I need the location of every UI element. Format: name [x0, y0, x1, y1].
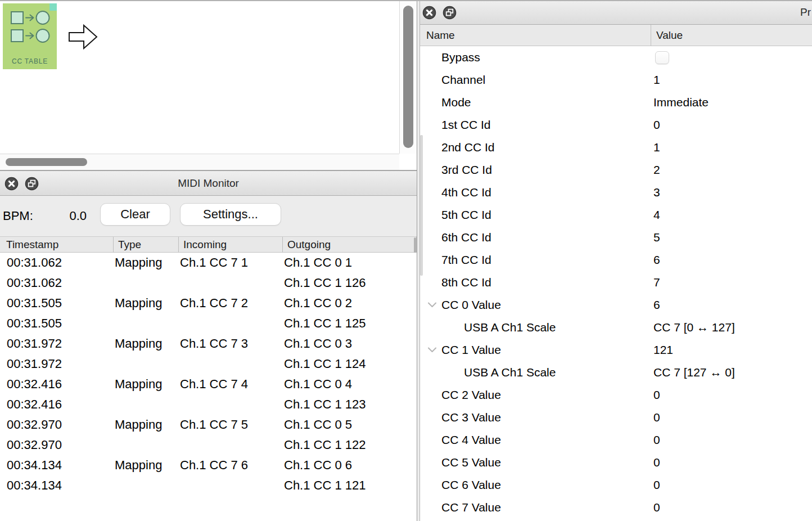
midi-monitor-titlebar[interactable]: MIDI Monitor — [0, 171, 417, 196]
property-value[interactable]: 0 — [651, 478, 812, 492]
property-row-child[interactable]: USB A Ch1 Scale CC 7 [127 ↔ 0] — [420, 361, 812, 384]
property-row[interactable]: 5th CC Id 4 — [420, 204, 812, 226]
property-name: CC 4 Value — [420, 433, 651, 447]
node-label: CC TABLE — [3, 57, 57, 65]
property-row[interactable]: Channel 1 — [420, 69, 812, 91]
table-row[interactable]: 00:31.505 Ch.1 CC 1 125 — [0, 313, 417, 334]
properties-scrollbar-thumb[interactable] — [420, 135, 423, 276]
property-value[interactable]: 6 — [651, 253, 812, 267]
cell-outgoing: Ch.1 CC 0 6 — [283, 458, 417, 473]
cell-outgoing: Ch.1 CC 0 1 — [283, 255, 417, 270]
canvas-horizontal-scrollbar[interactable] — [0, 154, 399, 170]
table-row[interactable]: 00:31.062 Ch.1 CC 1 126 — [0, 273, 417, 293]
table-row[interactable]: 00:32.416 Mapping Ch.1 CC 7 4 Ch.1 CC 0 … — [0, 374, 417, 394]
properties-table-body: Bypass Channel 1 Mode Immediate 1st CC I… — [420, 46, 812, 521]
cell-outgoing: Ch.1 CC 0 4 — [283, 377, 417, 392]
table-row[interactable]: 00:32.416 Ch.1 CC 1 123 — [0, 394, 417, 415]
window-top-border — [0, 0, 812, 1]
property-row[interactable]: 2nd CC Id 1 — [420, 136, 812, 159]
column-header-value[interactable]: Value — [651, 25, 812, 46]
properties-titlebar[interactable]: Pr — [420, 0, 812, 25]
midi-monitor-panel: MIDI Monitor BPM: 0.0 Clear Settings... … — [0, 171, 417, 521]
property-name: Bypass — [420, 51, 651, 64]
property-row[interactable]: 7th CC Id 6 — [420, 249, 812, 271]
property-row-child[interactable]: USB A Ch1 Scale CC 7 [0 ↔ 127] — [420, 316, 812, 339]
property-row[interactable]: Bypass — [420, 46, 812, 69]
column-header-incoming[interactable]: Incoming — [179, 237, 283, 252]
properties-panel: Pr Name Value Bypass Channel 1 Mode Imme… — [420, 0, 812, 521]
property-value[interactable]: 0 — [651, 411, 812, 424]
bypass-checkbox[interactable] — [655, 51, 669, 64]
column-header-timestamp[interactable]: Timestamp — [0, 237, 114, 252]
column-header-name[interactable]: Name — [420, 25, 651, 46]
cell-type: Mapping — [114, 458, 179, 473]
table-row[interactable]: 00:31.062 Mapping Ch.1 CC 7 1 Ch.1 CC 0 … — [0, 253, 417, 273]
property-row-expandable[interactable]: CC 0 Value 6 — [420, 294, 812, 316]
property-value[interactable]: 0 — [651, 501, 812, 514]
clear-button[interactable]: Clear — [100, 203, 170, 226]
property-value[interactable]: 4 — [651, 208, 812, 222]
canvas-horizontal-scrollbar-thumb[interactable] — [6, 158, 87, 166]
property-name: USB A Ch1 Scale — [420, 366, 651, 379]
cell-outgoing: Ch.1 CC 1 121 — [283, 478, 417, 493]
property-row[interactable]: Mode Immediate — [420, 91, 812, 114]
property-value[interactable]: 3 — [651, 186, 812, 199]
table-row[interactable]: 00:32.970 Mapping Ch.1 CC 7 5 Ch.1 CC 0 … — [0, 415, 417, 435]
cell-incoming: Ch.1 CC 7 4 — [179, 377, 283, 392]
property-row[interactable]: 3rd CC Id 2 — [420, 159, 812, 181]
table-row[interactable]: 00:34.134 Ch.1 CC 1 121 — [0, 475, 417, 496]
property-value[interactable]: 7 — [651, 276, 812, 289]
property-value[interactable]: Immediate — [651, 96, 812, 109]
canvas-vertical-scrollbar-thumb[interactable] — [403, 6, 413, 148]
column-header-type[interactable]: Type — [114, 237, 179, 252]
property-row[interactable]: CC 2 Value 0 — [420, 384, 812, 406]
cell-timestamp: 00:31.972 — [0, 336, 114, 351]
cell-outgoing: Ch.1 CC 0 5 — [283, 417, 417, 432]
property-row[interactable]: CC 3 Value 0 — [420, 406, 812, 429]
property-row[interactable]: CC 7 Value 0 — [420, 496, 812, 519]
table-row[interactable]: 00:34.134 Mapping Ch.1 CC 7 6 Ch.1 CC 0 … — [0, 455, 417, 475]
property-row[interactable]: 6th CC Id 5 — [420, 226, 812, 249]
property-row[interactable]: 8th CC Id 7 — [420, 271, 812, 294]
table-row[interactable]: 00:31.972 Mapping Ch.1 CC 7 3 Ch.1 CC 0 … — [0, 334, 417, 354]
settings-button[interactable]: Settings... — [180, 203, 281, 226]
property-value[interactable]: CC 7 [127 ↔ 0] — [651, 366, 812, 379]
property-value[interactable]: 0 — [651, 433, 812, 447]
property-row[interactable]: CC 5 Value 0 — [420, 451, 812, 474]
table-row[interactable]: 00:32.970 Ch.1 CC 1 122 — [0, 435, 417, 455]
node-canvas-panel[interactable]: CC TABLE — [0, 0, 417, 171]
table-row[interactable]: 00:31.505 Mapping Ch.1 CC 7 2 Ch.1 CC 0 … — [0, 293, 417, 313]
table-row[interactable]: 00:31.972 Ch.1 CC 1 124 — [0, 354, 417, 374]
chevron-down-icon[interactable] — [427, 302, 437, 308]
properties-table-header: Name Value — [420, 25, 812, 46]
property-row-expandable[interactable]: CC 1 Value 121 — [420, 339, 812, 361]
canvas-vertical-scrollbar[interactable] — [399, 1, 417, 154]
property-value[interactable]: 1 — [651, 73, 812, 87]
panel-divider[interactable] — [417, 0, 420, 521]
property-value[interactable]: 5 — [651, 231, 812, 244]
column-header-outgoing[interactable]: Outgoing — [283, 237, 417, 252]
property-name: Mode — [420, 96, 651, 109]
cell-incoming: Ch.1 CC 7 3 — [179, 336, 283, 351]
property-row[interactable]: CC 6 Value 0 — [420, 474, 812, 496]
property-value[interactable]: 0 — [651, 118, 812, 132]
cc-table-node[interactable]: CC TABLE — [3, 3, 57, 69]
property-name: 2nd CC Id — [420, 141, 651, 154]
midi-monitor-toolbar: BPM: 0.0 Clear Settings... — [0, 196, 417, 236]
property-value[interactable]: CC 7 [0 ↔ 127] — [651, 321, 812, 334]
close-icon[interactable] — [422, 6, 436, 20]
properties-scrollbar[interactable] — [420, 46, 423, 521]
chevron-down-icon[interactable] — [427, 347, 437, 353]
property-value[interactable]: 0 — [651, 456, 812, 469]
property-row[interactable]: CC 4 Value 0 — [420, 429, 812, 451]
property-row[interactable]: 1st CC Id 0 — [420, 114, 812, 136]
property-row[interactable]: 4th CC Id 3 — [420, 181, 812, 204]
property-value[interactable]: 0 — [651, 388, 812, 402]
float-window-icon[interactable] — [443, 6, 457, 20]
property-value[interactable]: 1 — [651, 141, 812, 154]
cell-timestamp: 00:32.416 — [0, 397, 114, 412]
property-value[interactable]: 121 — [651, 343, 812, 357]
property-value[interactable]: 6 — [651, 298, 812, 312]
property-name: CC 6 Value — [420, 478, 651, 492]
property-value[interactable]: 2 — [651, 163, 812, 177]
